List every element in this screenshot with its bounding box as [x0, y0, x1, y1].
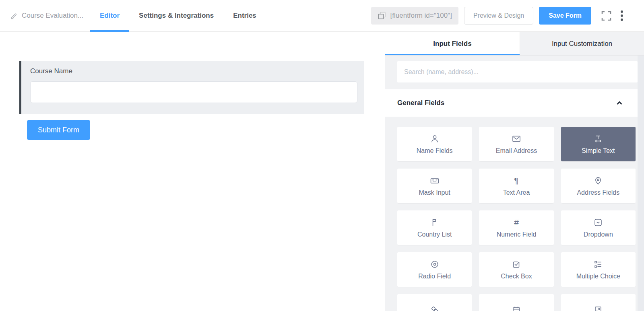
field-card-email-address[interactable]: Email Address — [479, 127, 553, 161]
field-card-label: Dropdown — [584, 231, 613, 238]
submit-form-button[interactable]: Submit Form — [27, 120, 90, 140]
search-input[interactable] — [397, 61, 638, 82]
field-card-mask-input[interactable]: Mask Input — [397, 169, 472, 203]
radio-icon — [429, 259, 440, 270]
fluentform-builder: Course Evaluation... Editor Settings & I… — [0, 0, 644, 311]
checkbox-icon — [511, 259, 522, 270]
field-card-numeric-field[interactable]: #Numeric Field — [479, 210, 553, 245]
field-card-label: Mask Input — [419, 189, 450, 196]
tab-input-customization[interactable]: Input Customization — [520, 32, 644, 55]
field-card-label: Text Area — [503, 189, 530, 196]
field-card-country-list[interactable]: Country List — [397, 210, 472, 245]
tab-entries[interactable]: Entries — [223, 0, 266, 31]
envelope-icon — [511, 134, 522, 144]
sidebar-tabs: Input Fields Input Customization — [385, 32, 644, 56]
sidebar-scrollbar[interactable] — [638, 56, 644, 311]
form-field-course-name[interactable]: Course Name — [19, 61, 364, 114]
tab-settings-integrations[interactable]: Settings & Integrations — [129, 0, 223, 31]
field-card-label: Check Box — [501, 272, 532, 280]
form-title: Course Evaluation... — [22, 12, 83, 20]
save-form-button[interactable]: Save Form — [539, 7, 591, 25]
fullscreen-icon[interactable] — [601, 10, 612, 21]
field-card-label: Radio Field — [418, 272, 451, 280]
field-card-label: Multiple Choice — [576, 272, 620, 280]
field-card-name-fields[interactable]: Name Fields — [397, 127, 472, 161]
text-width-icon — [593, 134, 603, 144]
field-card-label: Address Fields — [577, 189, 619, 196]
kebab-menu-icon[interactable] — [621, 10, 623, 21]
field-card-image[interactable] — [561, 294, 636, 311]
image-icon — [593, 305, 603, 311]
preview-design-button[interactable]: Preview & Design — [464, 7, 533, 25]
map-pin-icon — [593, 175, 603, 186]
form-canvas: Course Name Submit Form — [0, 32, 385, 311]
dropdown-icon — [593, 217, 603, 228]
field-card-label: Country List — [417, 231, 452, 238]
top-bar-actions: [fluentform id="100"] Preview & Design S… — [371, 7, 623, 25]
hash-icon: # — [514, 217, 519, 228]
field-card-simple-text[interactable]: Simple Text — [561, 127, 636, 161]
course-name-input[interactable] — [30, 81, 357, 103]
field-card-address-fields[interactable]: Address Fields — [561, 169, 636, 203]
tab-input-fields[interactable]: Input Fields — [385, 32, 520, 55]
field-card-dropdown[interactable]: Dropdown — [561, 210, 636, 245]
field-card-calendar[interactable] — [479, 294, 553, 311]
field-card-label: Numeric Field — [497, 231, 537, 238]
field-card-multiple-choice[interactable]: Multiple Choice — [561, 252, 636, 287]
general-fields-title: General Fields — [397, 99, 444, 107]
field-card-text-area[interactable]: ¶Text Area — [479, 169, 553, 203]
calendar-icon — [511, 305, 522, 311]
list-icon — [593, 259, 603, 270]
field-card-check-box[interactable]: Check Box — [479, 252, 553, 287]
editor-sidebar: Input Fields Input Customization General… — [385, 32, 644, 311]
course-name-label: Course Name — [30, 67, 72, 75]
flag-icon — [429, 217, 440, 228]
user-icon — [429, 134, 440, 144]
form-title-wrap[interactable]: Course Evaluation... — [10, 12, 90, 20]
field-card-label: Simple Text — [582, 147, 615, 154]
field-card-radio-field[interactable]: Radio Field — [397, 252, 472, 287]
chevron-up-icon[interactable] — [615, 99, 623, 107]
top-bar: Course Evaluation... Editor Settings & I… — [0, 0, 644, 32]
field-card-label: Name Fields — [417, 147, 453, 154]
field-card-label: Email Address — [496, 147, 537, 154]
link-icon — [429, 305, 440, 311]
shortcode-pill[interactable]: [fluentform id="100"] — [371, 7, 458, 25]
general-fields-header[interactable]: General Fields — [385, 89, 638, 117]
keyboard-icon — [429, 175, 440, 186]
top-nav-tabs: Editor Settings & Integrations Entries — [90, 0, 266, 31]
shortcode-text: [fluentform id="100"] — [390, 12, 452, 20]
tab-editor[interactable]: Editor — [90, 0, 129, 31]
field-card-link[interactable] — [397, 294, 472, 311]
field-cards-grid: Name FieldsEmail AddressSimple TextMask … — [397, 127, 636, 311]
pencil-icon — [10, 12, 18, 20]
pilcrow-icon: ¶ — [514, 175, 518, 186]
copy-icon — [378, 11, 386, 20]
